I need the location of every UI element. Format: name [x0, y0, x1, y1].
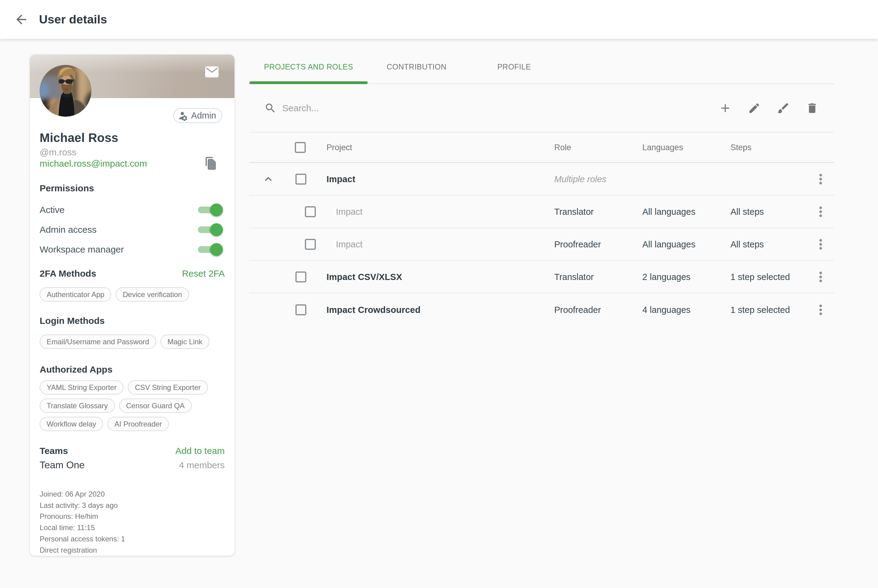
- permission-row-admin-access: Admin access: [40, 220, 225, 240]
- authorized-app-chip: YAML String Exporter: [40, 380, 123, 394]
- column-header-role: Role: [554, 142, 571, 152]
- steps-cell: All steps: [731, 207, 764, 217]
- project-name: Impact CSV/XLSX: [326, 272, 402, 282]
- languages-cell: All languages: [642, 239, 695, 249]
- meta-joined: Joined: 06 Apr 2020: [40, 489, 225, 500]
- languages-cell: 4 languages: [642, 304, 690, 315]
- authorized-apps-title: Authorized Apps: [40, 364, 225, 375]
- steps-cell: All steps: [731, 239, 764, 249]
- twofa-chip: Authenticator App: [40, 287, 111, 302]
- authorized-app-chip: CSV String Exporter: [128, 380, 207, 394]
- pencil-icon: [748, 102, 761, 114]
- table-row-impact-translator: Impact Translator All languages All step…: [250, 196, 834, 228]
- back-button[interactable]: [14, 12, 29, 27]
- authorized-app-chips: YAML String Exporter CSV String Exporter…: [40, 380, 225, 431]
- login-methods-title: Login Methods: [40, 315, 225, 327]
- user-name: Michael Ross: [40, 130, 225, 146]
- trash-icon: [806, 102, 819, 114]
- login-method-chip: Magic Link: [160, 334, 209, 349]
- languages-cell: 2 languages: [642, 272, 690, 282]
- kebab-icon: [814, 205, 827, 219]
- row-menu-button[interactable]: [814, 205, 827, 219]
- authorized-app-chip: Workflow delay: [40, 417, 103, 431]
- row-menu-button[interactable]: [814, 303, 827, 316]
- tab-projects-and-roles[interactable]: PROJECTS AND ROLES: [250, 54, 368, 84]
- steps-cell: 1 step selected: [731, 272, 790, 282]
- row-checkbox[interactable]: [305, 206, 316, 217]
- add-to-team-link[interactable]: Add to team: [175, 445, 225, 457]
- project-name: Impact Crowdsourced: [326, 304, 420, 315]
- login-method-chips: Email/Username and Password Magic Link: [40, 334, 225, 349]
- user-email-link[interactable]: michael.ross@impact.com: [40, 158, 147, 169]
- tab-bar: PROJECTS AND ROLES CONTRIBUTION PROFILE: [250, 54, 834, 84]
- meta-local-time: Local time: 11:15: [40, 522, 225, 534]
- column-header-steps: Steps: [731, 142, 752, 152]
- page-title: User details: [39, 13, 107, 26]
- active-toggle[interactable]: [198, 203, 222, 217]
- table-row-group-impact: Impact Multiple roles: [250, 163, 834, 196]
- app-header: User details: [0, 0, 878, 39]
- permission-row-active: Active: [40, 200, 225, 220]
- project-name: Impact: [326, 174, 355, 184]
- delete-button[interactable]: [805, 101, 819, 116]
- add-button[interactable]: [718, 101, 732, 116]
- arrow-back-icon: [14, 12, 29, 27]
- search-input[interactable]: [282, 103, 526, 113]
- project-name: Impact: [336, 239, 362, 249]
- tab-contribution[interactable]: CONTRIBUTION: [368, 54, 465, 84]
- meta-registration: Direct registration: [40, 545, 225, 556]
- role-note: Multiple roles: [554, 174, 606, 184]
- select-all-checkbox[interactable]: [295, 142, 306, 153]
- workspace-manager-toggle[interactable]: [198, 243, 222, 256]
- chevron-up-icon: [262, 172, 275, 186]
- user-profile-card: Admin Michael Ross @m.ross michael.ross@…: [30, 54, 235, 556]
- role-cell: Proofreader: [554, 239, 601, 249]
- meta-access-tokens: Personal access tokens: 1: [40, 534, 225, 545]
- login-method-chip: Email/Username and Password: [40, 334, 156, 349]
- row-checkbox[interactable]: [295, 272, 307, 282]
- admin-access-toggle[interactable]: [198, 223, 222, 236]
- kebab-icon: [814, 270, 827, 284]
- steps-cell: 1 step selected: [731, 304, 790, 315]
- column-header-project: Project: [326, 142, 352, 152]
- project-name: Impact: [336, 207, 362, 217]
- clean-button[interactable]: [776, 101, 791, 116]
- reset-2fa-link[interactable]: Reset 2FA: [182, 268, 225, 279]
- kebab-icon: [814, 238, 827, 251]
- role-cell: Translator: [554, 272, 594, 282]
- role-cell: Proofreader: [554, 304, 601, 315]
- permission-label: Admin access: [40, 225, 97, 235]
- column-header-languages: Languages: [642, 142, 683, 152]
- send-email-button[interactable]: [205, 66, 219, 77]
- team-members-count: 4 members: [179, 460, 225, 470]
- role-cell: Translator: [554, 207, 594, 217]
- table-header-row: Project Role Languages Steps: [250, 132, 834, 163]
- kebab-icon: [814, 303, 827, 316]
- row-checkbox[interactable]: [295, 174, 307, 184]
- profile-details: Michael Ross @m.ross michael.ross@impact…: [30, 98, 235, 556]
- main-content: PROJECTS AND ROLES CONTRIBUTION PROFILE: [250, 54, 834, 326]
- authorized-app-chip: Censor Guard QA: [119, 399, 192, 413]
- languages-cell: All languages: [642, 207, 695, 217]
- team-row: Team One 4 members: [40, 459, 225, 471]
- collapse-row-button[interactable]: [262, 172, 275, 186]
- permission-label: Active: [40, 205, 65, 215]
- permission-label: Workspace manager: [40, 244, 124, 255]
- edit-button[interactable]: [747, 101, 762, 116]
- row-menu-button[interactable]: [814, 270, 827, 284]
- permissions-list: Active Admin access Workspace manager: [40, 200, 225, 259]
- table-row-impact-crowdsourced: Impact Crowdsourced Proofreader 4 langua…: [250, 293, 834, 326]
- twofa-title: 2FA Methods: [40, 268, 96, 279]
- user-handle: @m.ross: [40, 147, 225, 158]
- row-checkbox[interactable]: [295, 304, 307, 315]
- table-row-impact-proofreader: Impact Proofreader All languages All ste…: [250, 228, 834, 261]
- meta-pronouns: Pronouns: He/him: [40, 511, 225, 522]
- authorized-app-chip: AI Proofreader: [107, 417, 169, 431]
- row-checkbox[interactable]: [305, 239, 316, 250]
- twofa-chips: Authenticator App Device verification: [40, 287, 225, 302]
- teams-title: Teams: [40, 445, 68, 457]
- row-menu-button[interactable]: [814, 172, 827, 186]
- row-menu-button[interactable]: [814, 238, 827, 251]
- tab-profile[interactable]: PROFILE: [465, 54, 563, 84]
- team-name: Team One: [40, 459, 85, 471]
